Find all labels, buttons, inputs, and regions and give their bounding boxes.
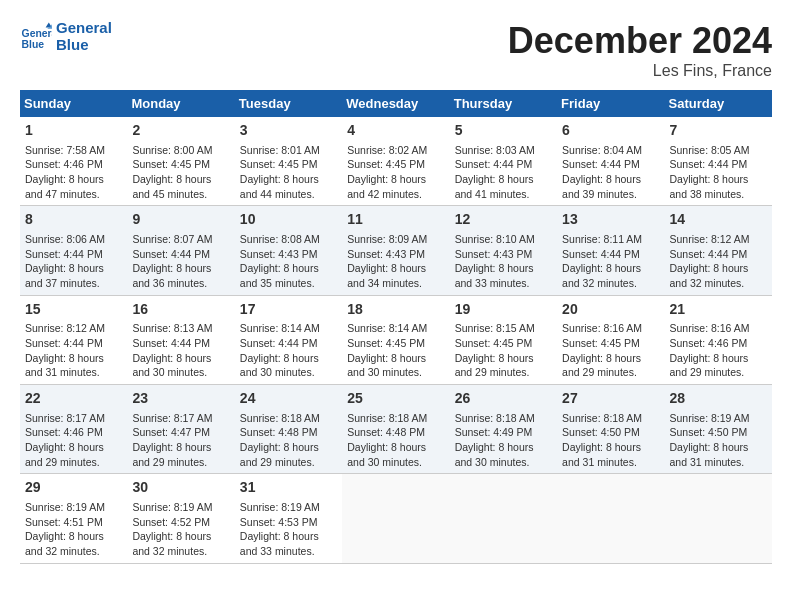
day-number: 5 (455, 121, 552, 141)
calendar-cell: 30Sunrise: 8:19 AM Sunset: 4:52 PM Dayli… (127, 474, 234, 563)
weekday-header-wednesday: Wednesday (342, 90, 449, 117)
day-info: Sunrise: 8:17 AM Sunset: 4:47 PM Dayligh… (132, 411, 229, 470)
title-block: December 2024 Les Fins, France (508, 20, 772, 80)
day-info: Sunrise: 8:19 AM Sunset: 4:50 PM Dayligh… (670, 411, 767, 470)
day-number: 3 (240, 121, 337, 141)
day-number: 23 (132, 389, 229, 409)
day-number: 19 (455, 300, 552, 320)
calendar-cell: 13Sunrise: 8:11 AM Sunset: 4:44 PM Dayli… (557, 206, 664, 295)
day-info: Sunrise: 8:16 AM Sunset: 4:45 PM Dayligh… (562, 321, 659, 380)
calendar-cell: 28Sunrise: 8:19 AM Sunset: 4:50 PM Dayli… (665, 385, 772, 474)
logo-icon: General Blue (20, 21, 52, 53)
month-title: December 2024 (508, 20, 772, 62)
calendar-cell: 21Sunrise: 8:16 AM Sunset: 4:46 PM Dayli… (665, 295, 772, 384)
day-number: 17 (240, 300, 337, 320)
calendar-cell: 6Sunrise: 8:04 AM Sunset: 4:44 PM Daylig… (557, 117, 664, 206)
calendar-cell (665, 474, 772, 563)
day-number: 21 (670, 300, 767, 320)
calendar-table: SundayMondayTuesdayWednesdayThursdayFrid… (20, 90, 772, 564)
day-number: 24 (240, 389, 337, 409)
day-number: 20 (562, 300, 659, 320)
day-number: 18 (347, 300, 444, 320)
calendar-cell (342, 474, 449, 563)
day-info: Sunrise: 8:19 AM Sunset: 4:53 PM Dayligh… (240, 500, 337, 559)
calendar-cell: 8Sunrise: 8:06 AM Sunset: 4:44 PM Daylig… (20, 206, 127, 295)
weekday-header-tuesday: Tuesday (235, 90, 342, 117)
calendar-cell: 23Sunrise: 8:17 AM Sunset: 4:47 PM Dayli… (127, 385, 234, 474)
day-number: 22 (25, 389, 122, 409)
day-info: Sunrise: 8:19 AM Sunset: 4:52 PM Dayligh… (132, 500, 229, 559)
day-info: Sunrise: 8:10 AM Sunset: 4:43 PM Dayligh… (455, 232, 552, 291)
day-number: 6 (562, 121, 659, 141)
day-number: 1 (25, 121, 122, 141)
calendar-cell: 24Sunrise: 8:18 AM Sunset: 4:48 PM Dayli… (235, 385, 342, 474)
day-info: Sunrise: 8:13 AM Sunset: 4:44 PM Dayligh… (132, 321, 229, 380)
day-number: 15 (25, 300, 122, 320)
calendar-cell: 14Sunrise: 8:12 AM Sunset: 4:44 PM Dayli… (665, 206, 772, 295)
calendar-cell: 7Sunrise: 8:05 AM Sunset: 4:44 PM Daylig… (665, 117, 772, 206)
weekday-header-monday: Monday (127, 90, 234, 117)
day-info: Sunrise: 8:03 AM Sunset: 4:44 PM Dayligh… (455, 143, 552, 202)
day-info: Sunrise: 8:12 AM Sunset: 4:44 PM Dayligh… (25, 321, 122, 380)
weekday-header-saturday: Saturday (665, 90, 772, 117)
calendar-cell: 26Sunrise: 8:18 AM Sunset: 4:49 PM Dayli… (450, 385, 557, 474)
day-number: 27 (562, 389, 659, 409)
day-info: Sunrise: 8:18 AM Sunset: 4:48 PM Dayligh… (240, 411, 337, 470)
day-info: Sunrise: 7:58 AM Sunset: 4:46 PM Dayligh… (25, 143, 122, 202)
calendar-cell: 19Sunrise: 8:15 AM Sunset: 4:45 PM Dayli… (450, 295, 557, 384)
weekday-header-row: SundayMondayTuesdayWednesdayThursdayFrid… (20, 90, 772, 117)
calendar-cell (450, 474, 557, 563)
day-number: 8 (25, 210, 122, 230)
day-number: 10 (240, 210, 337, 230)
day-info: Sunrise: 8:18 AM Sunset: 4:50 PM Dayligh… (562, 411, 659, 470)
day-number: 26 (455, 389, 552, 409)
calendar-cell: 15Sunrise: 8:12 AM Sunset: 4:44 PM Dayli… (20, 295, 127, 384)
calendar-cell (557, 474, 664, 563)
day-info: Sunrise: 8:19 AM Sunset: 4:51 PM Dayligh… (25, 500, 122, 559)
day-info: Sunrise: 8:14 AM Sunset: 4:45 PM Dayligh… (347, 321, 444, 380)
svg-text:Blue: Blue (22, 39, 45, 50)
calendar-cell: 1Sunrise: 7:58 AM Sunset: 4:46 PM Daylig… (20, 117, 127, 206)
day-number: 25 (347, 389, 444, 409)
day-info: Sunrise: 8:04 AM Sunset: 4:44 PM Dayligh… (562, 143, 659, 202)
day-number: 14 (670, 210, 767, 230)
day-number: 7 (670, 121, 767, 141)
day-number: 28 (670, 389, 767, 409)
day-info: Sunrise: 8:05 AM Sunset: 4:44 PM Dayligh… (670, 143, 767, 202)
day-info: Sunrise: 8:12 AM Sunset: 4:44 PM Dayligh… (670, 232, 767, 291)
day-number: 2 (132, 121, 229, 141)
logo: General Blue General Blue (20, 20, 112, 53)
calendar-cell: 20Sunrise: 8:16 AM Sunset: 4:45 PM Dayli… (557, 295, 664, 384)
calendar-cell: 25Sunrise: 8:18 AM Sunset: 4:48 PM Dayli… (342, 385, 449, 474)
day-number: 9 (132, 210, 229, 230)
day-number: 29 (25, 478, 122, 498)
day-info: Sunrise: 8:08 AM Sunset: 4:43 PM Dayligh… (240, 232, 337, 291)
week-row-1: 1Sunrise: 7:58 AM Sunset: 4:46 PM Daylig… (20, 117, 772, 206)
day-number: 30 (132, 478, 229, 498)
weekday-header-sunday: Sunday (20, 90, 127, 117)
calendar-cell: 11Sunrise: 8:09 AM Sunset: 4:43 PM Dayli… (342, 206, 449, 295)
calendar-cell: 5Sunrise: 8:03 AM Sunset: 4:44 PM Daylig… (450, 117, 557, 206)
calendar-cell: 22Sunrise: 8:17 AM Sunset: 4:46 PM Dayli… (20, 385, 127, 474)
calendar-cell: 27Sunrise: 8:18 AM Sunset: 4:50 PM Dayli… (557, 385, 664, 474)
week-row-4: 22Sunrise: 8:17 AM Sunset: 4:46 PM Dayli… (20, 385, 772, 474)
day-number: 13 (562, 210, 659, 230)
page-header: General Blue General Blue December 2024 … (20, 20, 772, 80)
location: Les Fins, France (508, 62, 772, 80)
calendar-cell: 16Sunrise: 8:13 AM Sunset: 4:44 PM Dayli… (127, 295, 234, 384)
day-info: Sunrise: 8:02 AM Sunset: 4:45 PM Dayligh… (347, 143, 444, 202)
calendar-cell: 18Sunrise: 8:14 AM Sunset: 4:45 PM Dayli… (342, 295, 449, 384)
day-info: Sunrise: 8:07 AM Sunset: 4:44 PM Dayligh… (132, 232, 229, 291)
day-info: Sunrise: 8:11 AM Sunset: 4:44 PM Dayligh… (562, 232, 659, 291)
day-number: 4 (347, 121, 444, 141)
logo-text-general: General (56, 20, 112, 37)
day-info: Sunrise: 8:00 AM Sunset: 4:45 PM Dayligh… (132, 143, 229, 202)
svg-text:General: General (22, 28, 52, 39)
calendar-cell: 17Sunrise: 8:14 AM Sunset: 4:44 PM Dayli… (235, 295, 342, 384)
week-row-5: 29Sunrise: 8:19 AM Sunset: 4:51 PM Dayli… (20, 474, 772, 563)
weekday-header-friday: Friday (557, 90, 664, 117)
day-info: Sunrise: 8:14 AM Sunset: 4:44 PM Dayligh… (240, 321, 337, 380)
calendar-cell: 4Sunrise: 8:02 AM Sunset: 4:45 PM Daylig… (342, 117, 449, 206)
calendar-cell: 10Sunrise: 8:08 AM Sunset: 4:43 PM Dayli… (235, 206, 342, 295)
day-number: 31 (240, 478, 337, 498)
